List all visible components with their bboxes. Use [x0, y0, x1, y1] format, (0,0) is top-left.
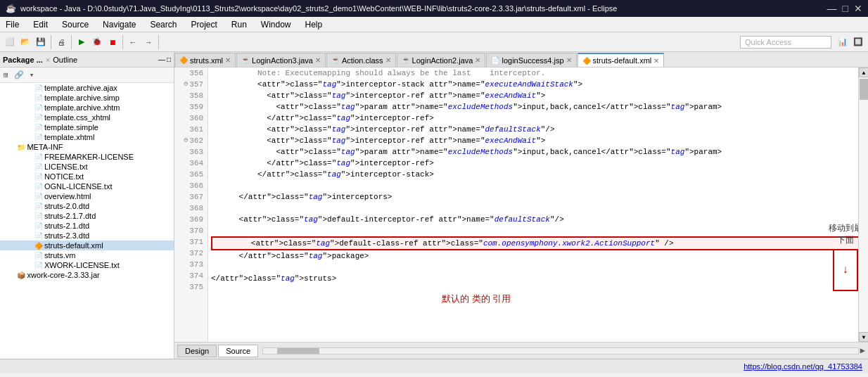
- tree-indent: [0, 241, 34, 250]
- horizontal-scrollbar[interactable]: [262, 347, 859, 354]
- panel-maximize-button[interactable]: □: [167, 56, 171, 63]
- tab-close-button[interactable]: ✕: [566, 56, 572, 64]
- status-link[interactable]: https://blog.csdn.net/qq_41753384: [743, 362, 862, 371]
- tree-item[interactable]: 📄 template.archive.ajax: [0, 83, 174, 93]
- tree-item[interactable]: 📁 META-INF: [0, 142, 174, 152]
- menu-project[interactable]: Project: [188, 18, 219, 31]
- tree-item[interactable]: 📄 OGNL-LICENSE.txt: [0, 181, 174, 191]
- menu-help[interactable]: Help: [302, 18, 326, 31]
- menu-bar: File Edit Source Navigate Search Project…: [0, 17, 868, 32]
- tree-item[interactable]: 📄 template.simple: [0, 122, 174, 132]
- menu-edit[interactable]: Edit: [30, 18, 51, 31]
- code-text: <attr">class: [211, 79, 313, 90]
- tree-icon: 📄: [34, 232, 43, 240]
- menu-search[interactable]: Search: [147, 18, 179, 31]
- h-scrollbar-thumb[interactable]: [277, 348, 319, 354]
- editor-tab[interactable]: ☕LoginAction3.java✕: [236, 53, 326, 67]
- code-line: <attr">class="tag">param attr">name="exc…: [211, 101, 865, 113]
- fold-indicator[interactable]: ⊖: [184, 79, 188, 90]
- tree-item[interactable]: 📄 struts-2.1.7.dtd: [0, 211, 174, 221]
- tree-item[interactable]: 📄 struts-2.3.dtd: [0, 231, 174, 241]
- toolbar-group-print: 🖨: [54, 35, 72, 49]
- code-text: <attr">class: [211, 135, 322, 146]
- tree-item[interactable]: 📄 struts-2.1.dtd: [0, 221, 174, 231]
- fold-indicator[interactable]: ⊖: [184, 135, 188, 146]
- tab-close-button[interactable]: ✕: [225, 56, 231, 64]
- tab-label: LoginAction3.java: [252, 56, 313, 65]
- close-button[interactable]: ✕: [854, 3, 862, 14]
- save-button[interactable]: 💾: [34, 35, 48, 49]
- tree-item[interactable]: 📄 FREEMARKER-LICENSE: [0, 152, 174, 162]
- editor-tab[interactable]: ☕Action.class✕: [326, 53, 396, 67]
- print-button[interactable]: 🖨: [54, 35, 68, 49]
- scroll-down-button[interactable]: ▼: [859, 332, 868, 342]
- editor-tab[interactable]: 🔶struts.xml✕: [174, 53, 236, 67]
- tree-item[interactable]: 📄 template.css_xhtml: [0, 113, 174, 122]
- stop-button[interactable]: ⏹: [106, 35, 120, 49]
- window-controls[interactable]: — □ ✕: [827, 3, 862, 14]
- open-button[interactable]: 📂: [18, 35, 32, 49]
- editor-tab[interactable]: 🔶struts-default.xml✕: [577, 53, 665, 67]
- menu-window[interactable]: Window: [258, 18, 294, 31]
- tree-item[interactable]: 📦 xwork-core-2.3.33.jar: [0, 270, 174, 280]
- collapse-all-button[interactable]: ⊞: [1, 70, 11, 80]
- panel-minimize-button[interactable]: —: [158, 56, 165, 63]
- forward-button[interactable]: →: [141, 35, 155, 49]
- line-number: 372: [179, 248, 203, 259]
- tree-item[interactable]: 📄 struts.vm: [0, 250, 174, 260]
- tree-item[interactable]: 📄 template.archive.simp: [0, 93, 174, 103]
- tree-item[interactable]: 📄 LICENSE.txt: [0, 162, 174, 172]
- tree-icon: 📄: [34, 222, 43, 230]
- tab-close-button[interactable]: ✕: [315, 56, 321, 64]
- tab-design[interactable]: Design: [177, 345, 217, 357]
- perspective-button[interactable]: 📊: [836, 35, 850, 49]
- panel-menu-button[interactable]: ▾: [27, 70, 37, 80]
- menu-source[interactable]: Source: [59, 18, 91, 31]
- editor-tab[interactable]: 📄loginSuccess4.jsp✕: [486, 53, 576, 67]
- bottom-tabs: Design Source ▶: [174, 342, 868, 359]
- tree-item[interactable]: 📄 template.archive.xhtm: [0, 103, 174, 113]
- code-area[interactable]: Note: Executemapping should always be th…: [208, 68, 868, 342]
- scrollbar-thumb[interactable]: [860, 79, 868, 100]
- tree-item[interactable]: 📄 overview.html: [0, 191, 174, 201]
- maximize-button[interactable]: □: [843, 3, 848, 14]
- tab-close-button[interactable]: ✕: [475, 56, 480, 64]
- link-button[interactable]: 🔗: [12, 70, 26, 80]
- run-button[interactable]: ▶: [75, 35, 89, 49]
- tree-indent: [0, 172, 34, 181]
- tab-bar: 🔶struts.xml✕☕LoginAction3.java✕☕Action.c…: [174, 52, 868, 68]
- tab-source[interactable]: Source: [218, 345, 258, 357]
- menu-navigate[interactable]: Navigate: [100, 18, 139, 31]
- tree-item[interactable]: 📄 NOTICE.txt: [0, 172, 174, 181]
- panel-title-package: Package ...: [3, 56, 43, 64]
- new-button[interactable]: ⬜: [3, 35, 17, 49]
- scroll-up-button[interactable]: ▲: [859, 68, 868, 77]
- back-button[interactable]: ←: [126, 35, 140, 49]
- app-icon: ☕: [6, 4, 16, 13]
- editor-tab[interactable]: ☕LoginAction2.java✕: [397, 53, 486, 67]
- tree-item[interactable]: 🔶 struts-default.xml: [0, 241, 174, 250]
- editor-content[interactable]: 356⊖357358359360361⊖36236336436536636736…: [174, 68, 868, 342]
- tree-indent: [0, 271, 17, 279]
- quick-access-input[interactable]: Quick Access: [740, 36, 831, 49]
- code-text: <attr">class: [211, 124, 322, 135]
- scroll-right-button[interactable]: ▶: [860, 345, 865, 356]
- minimize-button[interactable]: —: [827, 3, 837, 14]
- line-num-text: 367: [189, 191, 203, 203]
- tab-close-button[interactable]: ✕: [385, 56, 391, 64]
- line-num-text: 364: [189, 158, 203, 169]
- tree-icon: 📄: [34, 104, 43, 112]
- tree-item[interactable]: 📄 XWORK-LICENSE.txt: [0, 260, 174, 270]
- title-bar: ☕ workspace - Java - D:\0.0study\71.Java…: [0, 0, 868, 17]
- editor-scrollbar[interactable]: ▲ ▼: [858, 68, 868, 342]
- view-button[interactable]: 🔲: [851, 35, 865, 49]
- tab-close-button[interactable]: ✕: [653, 57, 659, 65]
- tree-item[interactable]: 📄 template.xhtml: [0, 132, 174, 142]
- menu-run[interactable]: Run: [229, 18, 250, 31]
- scrollbar-track[interactable]: [859, 77, 868, 332]
- tree-item[interactable]: 📄 struts-2.0.dtd: [0, 201, 174, 211]
- tab-label: struts.xml: [190, 56, 223, 65]
- debug-button[interactable]: 🐞: [90, 35, 104, 49]
- menu-file[interactable]: File: [3, 18, 22, 31]
- tree-label: template.archive.xhtm: [44, 103, 120, 112]
